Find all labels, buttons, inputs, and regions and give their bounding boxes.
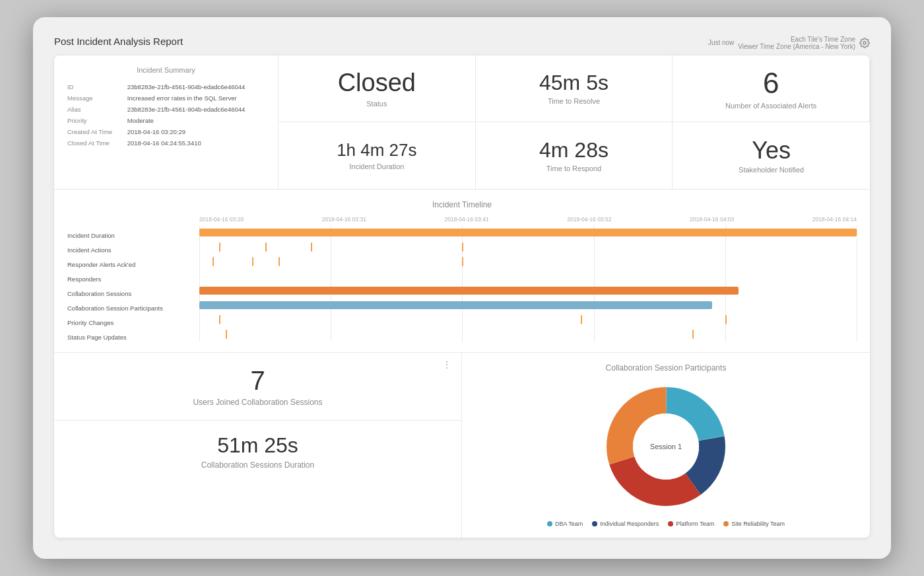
collab-chart-title: Collaboration Session Participants (475, 363, 857, 373)
grid-line-5 (857, 225, 857, 342)
donut-container: Session 1 (600, 380, 732, 513)
metric-value-duration: 1h 4m 27s (337, 141, 416, 160)
summary-row-label: Closed At Time (67, 138, 126, 148)
report-title: Post Incident Analysis Report (54, 36, 183, 47)
collab-chart: Collaboration Session Participants (462, 353, 870, 538)
summary-row-value: 23b8283e-21fb-4561-904b-edadc6e46044 (127, 82, 265, 92)
timeline-bar (199, 301, 712, 309)
chart-legend: DBA TeamIndividual RespondersPlatform Te… (547, 521, 785, 527)
summary-row-value: 2018-04-16 04:24:55.3410 (127, 138, 265, 148)
device-frame: Post Incident Analysis Report Just now E… (33, 17, 891, 559)
svg-point-0 (863, 42, 866, 44)
summary-row: PriorityModerate (67, 116, 265, 126)
legend-dot (592, 521, 597, 526)
metric-label-duration: Incident Duration (349, 162, 404, 170)
axis-label: 2018-04-16 04:03 (690, 216, 734, 223)
timeline-tick (219, 315, 220, 324)
timeline-title: Incident Timeline (67, 200, 857, 209)
legend-dot (547, 521, 552, 526)
timeline-row (199, 298, 857, 312)
stat-duration: 51m 25s Collaboration Sessions Duration (54, 421, 461, 482)
legend-item: Site Reliability Team (723, 521, 785, 527)
summary-row-label: Message (67, 93, 126, 103)
metric-alerts: 6 Number of Associated Alerts (673, 55, 870, 122)
summary-row-value: 2018-04-16 03:20:29 (127, 127, 265, 137)
metric-ttr: 45m 5s Time to Resolve (476, 55, 673, 122)
more-menu-users[interactable]: ⋮ (442, 359, 452, 370)
bottom-left: ⋮ 7 Users Joined Collaboration Sessions … (54, 353, 462, 538)
timestamp: Just now (708, 39, 734, 46)
legend-item: DBA Team (547, 521, 583, 527)
summary-title: Incident Summary (66, 66, 266, 74)
legend-label: DBA Team (555, 521, 583, 527)
timeline-axis: 2018-04-16 03:202018-04-16 03:312018-04-… (199, 216, 857, 223)
summary-row-label: Created At Time (67, 127, 126, 137)
timeline-row-label: Collaboration Sessions (67, 286, 199, 301)
axis-label: 2018-04-16 04:14 (812, 216, 857, 223)
summary-row-label: Priority (67, 116, 126, 126)
metric-value-respond: 4m 28s (539, 139, 609, 162)
donut-center-label: Session 1 (650, 443, 682, 450)
metric-closed: Closed Status (279, 55, 476, 122)
metric-value-ttr: 45m 5s (539, 71, 609, 94)
metric-label-respond: Time to Respond (546, 164, 601, 172)
timeline-row-label: Status Page Updates (67, 330, 199, 344)
summary-row-value: 23b8283e-21fb-4561-904b-edadc6e46044 (127, 104, 265, 114)
axis-label: 2018-04-16 03:52 (567, 216, 611, 223)
legend-label: Platform Team (676, 521, 714, 527)
timeline-row-label: Incident Duration (67, 228, 199, 242)
timeline-bar (199, 287, 739, 295)
summary-row-label: Alias (67, 104, 126, 114)
timeline-bar (199, 229, 857, 236)
legend-label: Individual Responders (600, 521, 659, 527)
legend-label: Site Reliability Team (731, 521, 785, 527)
metric-value-alerts: 6 (763, 67, 779, 99)
metric-duration: 1h 4m 27s Incident Duration (279, 122, 476, 189)
stat-users: ⋮ 7 Users Joined Collaboration Sessions (54, 353, 461, 421)
timeline-tick (725, 315, 727, 324)
summary-row: Created At Time2018-04-16 03:20:29 (67, 127, 265, 137)
summary-row: ID23b8283e-21fb-4561-904b-edadc6e46044 (67, 82, 265, 92)
summary-row-value: Increased error rates in the SQL Server (127, 93, 265, 103)
summary-row-value: Moderate (127, 116, 265, 126)
timezone-info: Just now Each Tile's Time Zone Viewer Ti… (708, 36, 870, 50)
timeline-row (199, 254, 857, 269)
report-header: Post Incident Analysis Report Just now E… (54, 36, 870, 50)
metric-respond: 4m 28s Time to Respond (476, 122, 673, 189)
summary-row: Alias23b8283e-21fb-4561-904b-edadc6e4604… (67, 104, 265, 114)
timeline-row (199, 240, 857, 254)
timeline-tick (279, 257, 280, 266)
main-card: Incident Summary ID23b8283e-21fb-4561-90… (54, 55, 870, 538)
timeline-row-label: Incident Actions (67, 242, 199, 257)
axis-label: 2018-04-16 03:20 (199, 216, 244, 223)
stat-label-users: Users Joined Collaboration Sessions (70, 398, 446, 407)
legend-dot (723, 521, 729, 526)
timeline-body: 2018-04-16 03:202018-04-16 03:312018-04-… (199, 216, 857, 344)
legend-dot (668, 521, 673, 526)
axis-label: 2018-04-16 03:31 (322, 216, 366, 223)
timeline-tick (252, 257, 253, 266)
timezone-note: Each Tile's Time Zone Viewer Time Zone (… (738, 36, 855, 50)
timeline-tick (311, 242, 312, 252)
timeline-tick (462, 242, 463, 252)
metric-value-stakeholder: Yes (752, 137, 791, 164)
timeline-row (199, 269, 857, 283)
summary-row: MessageIncreased error rates in the SQL … (67, 93, 265, 103)
timeline-section: Incident Timeline Incident DurationIncid… (54, 190, 870, 353)
timeline-tick (265, 242, 267, 252)
timeline-tick (213, 257, 214, 266)
timeline-tick (692, 330, 694, 339)
timeline-labels: Incident DurationIncident ActionsRespond… (67, 216, 199, 344)
summary-table: ID23b8283e-21fb-4561-904b-edadc6e46044Me… (66, 81, 266, 149)
gear-icon[interactable] (859, 38, 870, 48)
timeline-row (199, 283, 857, 298)
metric-label-alerts: Number of Associated Alerts (725, 102, 816, 110)
legend-item: Individual Responders (592, 521, 659, 527)
timeline-tick (462, 257, 463, 266)
metric-label-stakeholder: Stakeholder Notified (739, 166, 804, 174)
stat-label-duration: Collaboration Sessions Duration (70, 460, 446, 470)
timeline-row-label: Responder Alerts Ack'ed (67, 257, 199, 271)
summary-row-label: ID (67, 82, 126, 92)
metric-label-ttr: Time to Resolve (548, 97, 600, 105)
summary-row: Closed At Time2018-04-16 04:24:55.3410 (67, 138, 265, 148)
